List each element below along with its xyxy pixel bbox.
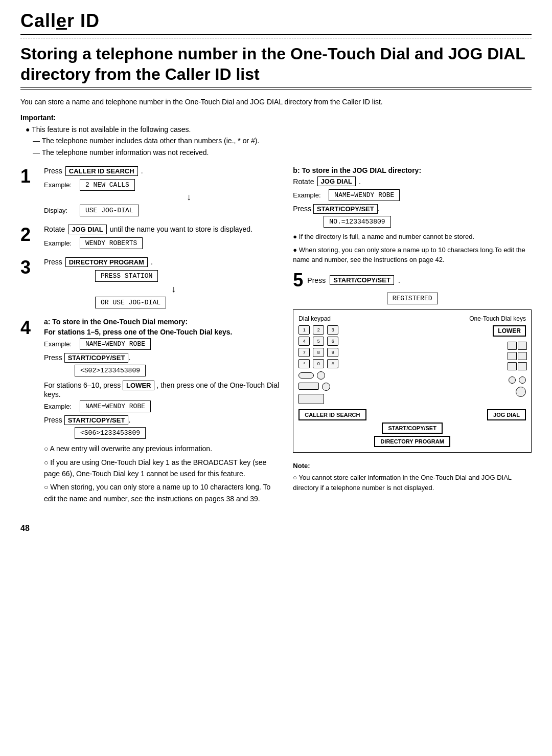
step-4b-stations-row: For stations 6–10, press LOWER , then pr… (44, 381, 283, 398)
step-1-example-row: Example: 2 NEW CALLS (44, 179, 283, 191)
start-copy-set-btn-ref-2: START/COPY/SET (64, 415, 129, 425)
step-4-bullet-3: When storing, you can only store a name … (44, 481, 283, 504)
circle-r2 (519, 376, 526, 384)
step-2-example-value: WENDY ROBERTS (80, 237, 143, 249)
step-5-number: 5 (293, 271, 303, 290)
start-copy-set-btn-ref-1: START/COPY/SET (64, 353, 129, 363)
jog-dial-button-ref-b: JOG DIAL (317, 176, 356, 186)
keypad-section: 1 2 3 4 5 6 7 8 9 * 0 # (298, 325, 447, 404)
step-4b-example-row: Example: NAME=WENDY ROBE (44, 401, 283, 412)
phone-labels-row: Dial keypad One-Touch Dial keys (298, 315, 526, 322)
extra-circles (509, 376, 526, 384)
key-3: 3 (327, 325, 338, 335)
key-8: 8 (313, 348, 324, 357)
registered-display: REGISTERED (387, 293, 438, 304)
important-item-2: — The telephone number includes data oth… (33, 135, 532, 146)
important-label: Important: (20, 114, 532, 122)
step-4b-press-row: Press START/COPY/SET. (44, 415, 283, 425)
step-1-arrow: ↓ (95, 192, 283, 203)
step-1: 1 Press CALLER ID SEARCH . Example: 2 NE… (20, 166, 283, 217)
touch-key-3 (508, 352, 517, 360)
step-3-arrow: ↓ (64, 284, 283, 295)
start-copy-set-btn-ref-b: START/COPY/SET (313, 204, 378, 214)
step-1-example-label: Example: (44, 181, 76, 189)
keypad-grid: 1 2 3 4 5 6 7 8 9 * 0 # (298, 325, 447, 368)
step-2-number: 2 (20, 226, 39, 244)
step-4-number: 4 (20, 319, 39, 337)
step-4-a-label: a: To store in the One-Touch Dial memory… (44, 318, 283, 326)
b-bullet-list: If the directory is full, a name and num… (293, 232, 532, 265)
b-example-value: NAME=WENDY ROBE (329, 189, 400, 201)
content-columns: 1 Press CALLER ID SEARCH . Example: 2 NE… (20, 166, 532, 514)
b-label: b: To store in the JOG DIAL directory: (293, 166, 532, 174)
circle-control-1 (317, 371, 325, 380)
step-3-displays: PRESS STATION ↓ OR USE JOG-DIAL (64, 270, 283, 308)
important-item-1: ● This feature is not available in the f… (26, 124, 532, 135)
touch-key-4 (518, 352, 527, 360)
key-0: 0 (313, 359, 324, 368)
step-2-example-row: Example: WENDY ROBERTS (44, 237, 283, 249)
b-rotate-label: Rotate (293, 177, 314, 186)
jog-dial-circle (322, 383, 330, 391)
step-1-display-row: Display: USE JOG-DIAL (44, 205, 283, 216)
bottom-bar-1 (298, 383, 319, 390)
main-title: Storing a telephone number in the One-To… (20, 43, 532, 90)
page-header: Caller ID (20, 10, 532, 35)
dashed-divider (20, 38, 532, 38)
caller-id-search-diagram-btn: CALLER ID SEARCH (298, 409, 366, 420)
step-2: 2 Rotate JOG DIAL until the name you wan… (20, 225, 283, 250)
touch-keys-grid (508, 342, 526, 370)
key-9: 9 (327, 348, 338, 357)
one-touch-dial-label: One-Touch Dial keys (469, 315, 526, 322)
b-bullet-1: If the directory is full, a name and num… (293, 232, 532, 242)
start-copy-set-btn-ref-5: START/COPY/SET (330, 275, 394, 285)
touch-key-6 (518, 362, 527, 370)
step-3-press-label: Press (44, 258, 62, 266)
key-hash: # (327, 359, 338, 368)
oval-control-1 (298, 372, 314, 379)
key-2: 2 (313, 325, 324, 335)
step-5-row: 5 Press START/COPY/SET . (293, 271, 532, 290)
handset-shape (298, 394, 324, 404)
step-2-rest: until the name you want to store is disp… (110, 225, 252, 233)
key-7: 7 (298, 348, 310, 357)
circle-r1 (509, 376, 516, 384)
step-4a-example-row: Example: NAME=WENDY ROBE (44, 338, 283, 350)
step-1-instruction: Press CALLER ID SEARCH . (44, 166, 283, 176)
b-rotate-period: . (359, 177, 361, 186)
phone-btn-row-3: DIRECTORY PROGRAM (298, 436, 526, 447)
b-example-row: Example: NAME=WENDY ROBE (293, 189, 532, 201)
step-4-bullet-list: A new entry will overwrite any previous … (44, 443, 283, 504)
step-5-press: Press (307, 276, 326, 284)
important-list: ● This feature is not available in the f… (20, 124, 532, 158)
start-copy-set-diagram-btn: START/COPY/SET (382, 423, 443, 434)
step-2-instruction: Rotate JOG DIAL until the name you want … (44, 225, 283, 234)
step-2-rotate-label: Rotate (44, 225, 65, 233)
b-section: b: To store in the JOG DIAL directory: R… (293, 166, 532, 265)
step-4b-example-value: NAME=WENDY ROBE (80, 401, 151, 412)
important-section: Important: ● This feature is not availab… (20, 114, 532, 158)
phone-body: 1 2 3 4 5 6 7 8 9 * 0 # (298, 325, 526, 404)
step-4-a-sub: For stations 1–5, press one of the One-T… (44, 328, 283, 336)
important-item-3: — The telephone number information was n… (33, 147, 532, 158)
page-title: Caller ID (20, 10, 100, 32)
step-2-content: Rotate JOG DIAL until the name you want … (44, 225, 283, 250)
step-3-content: Press DIRECTORY PROGRAM . PRESS STATION … (44, 257, 283, 310)
step-4a-display: <S02>1233453809 (75, 365, 146, 376)
step-1-press-label: Press (44, 167, 62, 175)
step-3-instruction: Press DIRECTORY PROGRAM . (44, 257, 283, 267)
step-1-example-value: 2 NEW CALLS (80, 179, 135, 191)
directory-program-button-ref: DIRECTORY PROGRAM (65, 257, 148, 267)
touch-key-5 (508, 362, 517, 370)
lower-button-ref: LOWER (123, 381, 154, 390)
step-3-display-1: PRESS STATION (95, 270, 158, 282)
phone-btn-row-1: CALLER ID SEARCH JOG DIAL (298, 409, 526, 420)
step-1-display-label: Display: (44, 207, 76, 214)
step-4: 4 a: To store in the One-Touch Dial memo… (20, 318, 283, 506)
step-1-number: 1 (20, 167, 39, 186)
step-4a-example-value: NAME=WENDY ROBE (80, 338, 151, 350)
page-number: 48 (20, 524, 532, 533)
step-4-bullet-2: If you are using One-Touch Dial key 1 as… (44, 457, 283, 480)
phone-btn-row-2: START/COPY/SET (298, 423, 526, 434)
jog-dial-button-ref-2: JOG DIAL (68, 225, 106, 234)
